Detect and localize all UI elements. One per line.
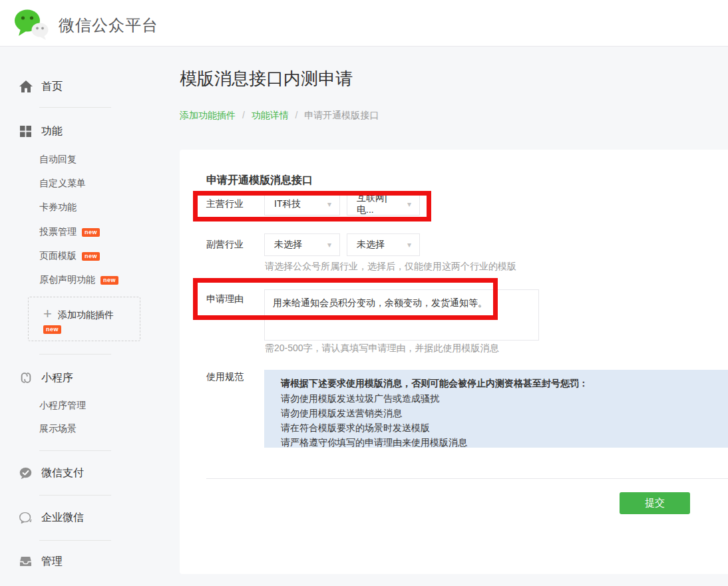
breadcrumb-separator: / <box>242 110 245 120</box>
sidebar-item-label: 投票管理 <box>39 226 77 238</box>
primary-industry-select-2[interactable]: 互联网|电... ▾ <box>347 193 420 216</box>
add-plugin-button[interactable]: + 添加功能插件 new <box>28 297 140 341</box>
breadcrumb: 添加功能插件 / 功能详情 / 申请开通模版接口 <box>180 110 379 122</box>
card-divider <box>206 478 728 479</box>
sidebar-item-label: 展示场景 <box>39 423 77 435</box>
sidebar-item-label: 页面模版 <box>39 250 77 262</box>
sidebar-item-page-template[interactable]: 页面模版 new <box>0 244 100 268</box>
form-heading: 申请开通模版消息接口 <box>206 174 313 188</box>
sidebar-item-work-wechat[interactable]: 企业微信 <box>0 506 84 529</box>
secondary-industry-select-1[interactable]: 未选择 ▾ <box>264 233 340 256</box>
brand-title: 微信公众平台 <box>59 15 158 36</box>
sidebar-item-miniprogram-manage[interactable]: 小程序管理 <box>0 394 86 418</box>
grid-icon <box>19 124 33 138</box>
add-plugin-label: 添加功能插件 <box>58 309 114 321</box>
usage-rules-heading: 请根据下述要求使用模版消息，否则可能会被停止内测资格甚至封号惩罚： <box>281 376 715 391</box>
sidebar-divider <box>39 354 111 355</box>
new-badge: new <box>82 228 100 237</box>
sidebar-item-label: 微信支付 <box>41 466 84 480</box>
sidebar-item-label: 小程序 <box>41 371 73 385</box>
sidebar-item-label: 自定义菜单 <box>39 178 86 190</box>
sidebar-item-card-coupon[interactable]: 卡券功能 <box>0 196 77 220</box>
usage-rules-box: 请根据下述要求使用模版消息，否则可能会被停止内测资格甚至封号惩罚： 请勿使用模版… <box>264 370 728 448</box>
reason-label: 申请理由 <box>206 293 244 305</box>
sidebar-item-home[interactable]: 首页 <box>0 74 63 98</box>
sidebar-divider <box>39 450 111 451</box>
secondary-industry-select-2[interactable]: 未选择 ▾ <box>347 233 420 256</box>
breadcrumb-link-add-plugin[interactable]: 添加功能插件 <box>180 110 236 120</box>
sidebar-item-custom-menu[interactable]: 自定义菜单 <box>0 172 86 196</box>
sidebar-item-label: 自动回复 <box>39 154 77 166</box>
select-value: 未选择 <box>274 239 302 251</box>
sidebar-item-vote[interactable]: 投票管理 new <box>0 220 100 244</box>
sidebar-divider <box>39 540 111 541</box>
sidebar-item-label: 功能 <box>41 124 63 138</box>
sidebar-divider <box>39 107 111 108</box>
breadcrumb-link-feature-detail[interactable]: 功能详情 <box>252 110 289 120</box>
usage-rule: 请勿使用模版发送垃圾广告或造成骚扰 <box>281 391 715 406</box>
usage-rule: 请勿使用模版发送营销类消息 <box>281 406 715 420</box>
select-value: 未选择 <box>357 239 385 251</box>
plus-icon: + <box>43 305 52 323</box>
usage-rule: 请严格遵守你填写的申请理由来使用模版消息 <box>281 435 715 450</box>
sidebar-item-auto-reply[interactable]: 自动回复 <box>0 148 77 172</box>
sidebar-item-label: 管理 <box>41 555 63 569</box>
miniprogram-icon <box>19 371 33 385</box>
page: 微信公众平台 首页 功能 自动回复 自定义菜单 卡券功能 投票管理 <box>0 0 728 586</box>
chevron-down-icon: ▾ <box>402 200 411 209</box>
select-value: 互联网|电... <box>357 192 402 216</box>
header-logo-link[interactable]: 微信公众平台 <box>12 7 158 44</box>
breadcrumb-current: 申请开通模版接口 <box>304 110 379 120</box>
sidebar-item-label: 小程序管理 <box>39 400 86 412</box>
work-wechat-icon <box>19 511 33 525</box>
sidebar: 首页 功能 自动回复 自定义菜单 卡券功能 投票管理 new 页面模版 new … <box>0 47 180 586</box>
select-value: IT科技 <box>274 198 301 210</box>
primary-industry-label: 主营行业 <box>206 198 244 210</box>
sidebar-item-miniprogram[interactable]: 小程序 <box>0 366 73 390</box>
industry-hint: 请选择公众号所属行业，选择后，仅能使用这两个行业的模版 <box>265 261 516 273</box>
new-badge: new <box>82 252 100 261</box>
new-badge: new <box>43 325 61 334</box>
sidebar-item-display-scene[interactable]: 展示场景 <box>0 417 77 441</box>
secondary-industry-label: 副营行业 <box>206 239 244 251</box>
chevron-down-icon: ▾ <box>322 240 331 249</box>
sidebar-item-original-statement[interactable]: 原创声明功能 new <box>0 268 118 292</box>
sidebar-item-label: 企业微信 <box>41 511 84 525</box>
wechat-logo-icon <box>12 7 51 44</box>
sidebar-item-label: 首页 <box>41 80 63 94</box>
sidebar-item-manage[interactable]: 管理 <box>0 549 63 573</box>
submit-button[interactable]: 提交 <box>620 492 690 514</box>
usage-rule: 请在符合模版要求的场景时发送模版 <box>281 420 715 435</box>
sidebar-item-wechat-pay[interactable]: 微信支付 <box>0 461 84 485</box>
breadcrumb-separator: / <box>295 110 298 120</box>
chevron-down-icon: ▾ <box>322 200 331 209</box>
chevron-down-icon: ▾ <box>402 240 411 249</box>
new-badge: new <box>100 276 118 285</box>
sidebar-item-features[interactable]: 功能 <box>0 119 63 143</box>
usage-label: 使用规范 <box>206 371 244 383</box>
primary-industry-select-1[interactable]: IT科技 ▾ <box>264 193 340 216</box>
page-title: 模版消息接口内测申请 <box>180 67 353 90</box>
inbox-icon <box>19 555 33 569</box>
sidebar-item-label: 原创声明功能 <box>39 274 95 286</box>
sidebar-divider <box>39 495 111 496</box>
reason-hint: 需20-500字，请认真填写申请理由，并据此使用模版消息 <box>265 343 499 355</box>
top-header: 微信公众平台 <box>0 0 728 47</box>
sidebar-item-label: 卡券功能 <box>39 202 77 214</box>
wechat-pay-icon <box>19 466 33 480</box>
home-icon <box>19 80 33 94</box>
reason-textarea[interactable]: 用来给通知会员积分变动，余额变动，发货通知等。 <box>264 289 539 341</box>
